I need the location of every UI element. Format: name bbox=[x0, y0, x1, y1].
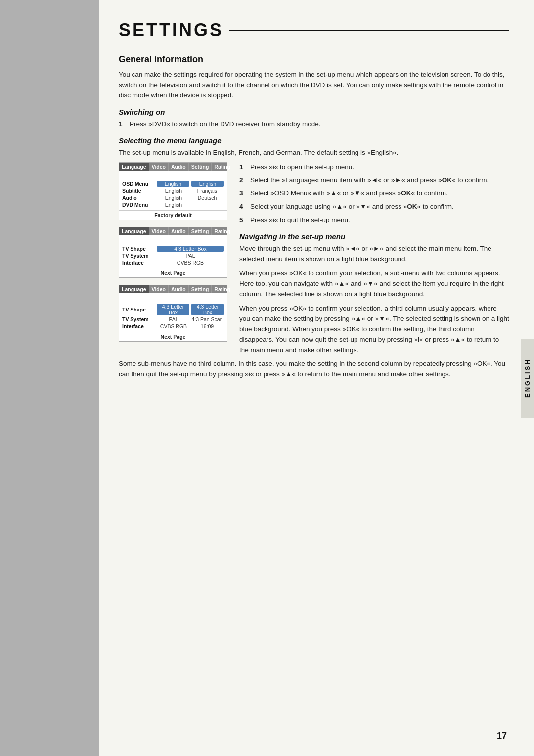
panel3-col-audio: Audio bbox=[169, 285, 189, 293]
panel1-body: OSD Menu English English Subtitle Englis… bbox=[119, 171, 227, 210]
list-item: 3 Select »OSD Menu« with »▲« or »▼« and … bbox=[239, 188, 509, 199]
panel2-footer: Next Page bbox=[119, 268, 227, 277]
panel3-row-interface: Interface CVBS RGB 16:09 bbox=[119, 323, 227, 330]
switching-on-steps: 1 Press »DVD« to switch on the DVD recei… bbox=[119, 119, 509, 130]
selecting-language-body: The set-up menu is available in English,… bbox=[119, 148, 509, 158]
list-item: 1 Press »i« to open the set-up menu. bbox=[239, 162, 509, 173]
panel2-col-video: Video bbox=[149, 227, 169, 235]
panel1-col-rating: Rating bbox=[212, 163, 233, 171]
panel2-col-rating: Rating bbox=[212, 227, 233, 235]
page-title: SETTINGS bbox=[119, 20, 509, 44]
panel1-row-osd: OSD Menu English English bbox=[119, 180, 227, 187]
panel1-row-audio: Audio English Deutsch bbox=[119, 194, 227, 201]
switching-on-title: Switching on bbox=[119, 108, 509, 116]
panel3-body: TV Shape 4:3 Letter Box 4:3 Letter Box T… bbox=[119, 293, 227, 332]
panel3-row-tvshape: TV Shape 4:3 Letter Box 4:3 Letter Box bbox=[119, 303, 227, 316]
page-number: 17 bbox=[497, 731, 507, 741]
panel2-col-audio: Audio bbox=[169, 227, 189, 235]
nav-para4: Some sub-menus have no third column. In … bbox=[119, 359, 509, 380]
general-info-body: You can make the settings required for o… bbox=[119, 70, 509, 101]
panel2-row-tvshape: TV Shape 4:3 Letter Box bbox=[119, 245, 227, 252]
panel2-body: TV Shape 4:3 Letter Box TV System PAL In… bbox=[119, 235, 227, 268]
menu-panel-2: Language Video Audio Setting Rating TV S… bbox=[119, 227, 227, 278]
panel3-row-tvsystem: TV System PAL 4:3 Pan Scan bbox=[119, 316, 227, 323]
sidebar bbox=[0, 0, 99, 756]
menu-panel-3: Language Video Audio Setting Rating TV S… bbox=[119, 285, 227, 342]
panel1-row-dvdmenu: DVD Menu English bbox=[119, 201, 227, 208]
panel1-row-subtitle: Subtitle English Français bbox=[119, 187, 227, 194]
general-info-title: General information bbox=[119, 54, 509, 65]
panel3-footer: Next Page bbox=[119, 332, 227, 341]
main-content: SETTINGS General information You can mak… bbox=[99, 0, 534, 756]
panel3-header: Language Video Audio Setting Rating bbox=[119, 285, 227, 293]
panel2-col-language: Language bbox=[119, 227, 149, 235]
panel2-row-interface: Interface CVBS RGB bbox=[119, 259, 227, 266]
panel1-col-language: Language bbox=[119, 163, 149, 171]
right-label: ENGLISH bbox=[521, 339, 534, 418]
panel1-col-audio: Audio bbox=[169, 163, 189, 171]
panel3-col-language: Language bbox=[119, 285, 149, 293]
list-item: 4 Select your language using »▲« or »▼« … bbox=[239, 202, 509, 212]
panel1-col-video: Video bbox=[149, 163, 169, 171]
selecting-language-title: Selecting the menu language bbox=[119, 136, 509, 145]
panel1-col-setting: Setting bbox=[189, 163, 212, 171]
list-item: 5 Press »i« to quit the set-up menu. bbox=[239, 215, 509, 225]
list-item: 1 Press »DVD« to switch on the DVD recei… bbox=[119, 119, 509, 130]
panel2-col-setting: Setting bbox=[189, 227, 212, 235]
list-item: 2 Select the »Language« menu item with »… bbox=[239, 176, 509, 186]
menu-panel-1: Language Video Audio Setting Rating OSD … bbox=[119, 162, 227, 220]
panel1-header: Language Video Audio Setting Rating bbox=[119, 163, 227, 171]
panel3-col-video: Video bbox=[149, 285, 169, 293]
menu-panels: Language Video Audio Setting Rating OSD … bbox=[119, 162, 227, 349]
panel2-header: Language Video Audio Setting Rating bbox=[119, 227, 227, 235]
panel2-row-tvsystem: TV System PAL bbox=[119, 252, 227, 259]
panel1-footer: Factory default bbox=[119, 210, 227, 220]
panel3-col-setting: Setting bbox=[189, 285, 212, 293]
panel3-col-rating: Rating bbox=[212, 285, 233, 293]
